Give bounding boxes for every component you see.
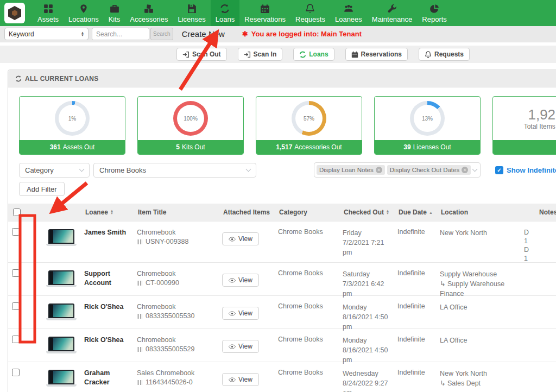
- checked-checkbox-icon[interactable]: ✓: [495, 166, 503, 174]
- panel-header: ALL CURRENT LOANS: [8, 70, 556, 87]
- nav-label: Loanees: [335, 15, 362, 23]
- view-button[interactable]: View: [222, 340, 259, 353]
- location-cell: Supply Warehouse↳ Supply Warehouse Finan…: [440, 263, 524, 299]
- select-all-checkbox[interactable]: [13, 208, 21, 216]
- row-checkbox[interactable]: [12, 369, 20, 376]
- stat-footer: 361Assets Out: [20, 140, 125, 154]
- due-date-column-header[interactable]: Due Date▲: [397, 208, 440, 216]
- barcode-icon: [137, 314, 143, 319]
- category-filter-select[interactable]: Category: [19, 163, 90, 178]
- loans-button[interactable]: Loans: [293, 48, 334, 61]
- show-indefinite-toggle[interactable]: ✓ Show Indefinite: [495, 166, 556, 174]
- item-thumbnail: [46, 270, 77, 287]
- item-title-column-header[interactable]: Item Title: [137, 208, 222, 216]
- loanee-cell[interactable]: Graham Cracker: [84, 362, 137, 392]
- notes-column-header: Notes: [524, 208, 556, 216]
- item-title-cell: Chromebook CT-000990: [137, 263, 222, 299]
- checked-out-column-header[interactable]: Checked Out▲▼: [343, 208, 397, 216]
- nav-item-locations[interactable]: Locations: [64, 0, 104, 26]
- category-cell: Chrome Books: [278, 362, 343, 392]
- notes-cell: [524, 362, 556, 392]
- refresh-icon: [299, 51, 306, 58]
- loanee-cell[interactable]: Support Account: [84, 263, 137, 299]
- search-button[interactable]: Search: [150, 28, 173, 40]
- stat-card-accessories[interactable]: 57% 1,517Accessories Out: [256, 96, 362, 155]
- remove-tag-icon[interactable]: ×: [376, 167, 382, 173]
- nav-label: Reports: [422, 15, 447, 23]
- item-title-cell: Chromebook 0833355005530: [137, 296, 222, 332]
- all-current-loans-panel: ALL CURRENT LOANS 1% 361Assets Out 100% …: [8, 69, 556, 392]
- nav-item-loans[interactable]: Loans: [211, 0, 239, 26]
- search-toolbar: Keyword ▲▼ Search Create New ✱ You are l…: [0, 26, 556, 42]
- table-row: James Smith Chromebook USNY-009388 View …: [8, 221, 556, 262]
- stat-card-total[interactable]: 1,922 Total Items Out: [492, 96, 556, 155]
- reservations-button[interactable]: Reservations: [345, 48, 408, 61]
- location-column-header[interactable]: Location: [440, 208, 524, 216]
- sort-icon: ▲▼: [386, 210, 389, 215]
- action-toolbar: Scan Out Scan In Loans Reservations Requ…: [0, 46, 556, 63]
- add-filter-button[interactable]: Add Filter: [19, 182, 65, 196]
- scan-out-icon: [182, 51, 189, 58]
- item-title-cell: Chromebook USNY-009388: [137, 222, 222, 263]
- stat-card-licenses[interactable]: 13% 39Licenses Out: [374, 96, 481, 155]
- nav-label: Requests: [295, 15, 325, 23]
- nav-item-reservations[interactable]: Reservations: [239, 0, 290, 26]
- barcode-icon: [137, 380, 143, 385]
- checked-out-cell: Saturday7/3/2021 6:42 pm: [343, 263, 397, 299]
- item-thumbnail: [46, 304, 77, 320]
- loans-refresh-icon: [220, 3, 230, 14]
- category-column-header[interactable]: Category: [278, 208, 343, 216]
- row-checkbox[interactable]: [12, 336, 20, 343]
- create-new-button[interactable]: Create New: [182, 29, 225, 39]
- nav-item-loanees[interactable]: Loanees: [330, 0, 367, 26]
- notes-cell: [524, 296, 556, 332]
- stat-card-assets[interactable]: 1% 361Assets Out: [19, 96, 125, 155]
- checked-out-cell: Friday7/2/2021 7:21 pm: [343, 222, 397, 263]
- sort-icon: ▲▼: [110, 210, 113, 215]
- loanee-cell[interactable]: James Smith: [84, 222, 137, 263]
- app-logo[interactable]: [4, 3, 25, 23]
- nav-item-accessories[interactable]: Accessories: [125, 0, 173, 26]
- chevron-down-icon: [472, 167, 478, 172]
- nav-item-kits[interactable]: Kits: [104, 0, 125, 26]
- filter-row: Category Chrome Books Display Loan Notes…: [19, 162, 556, 178]
- nav-label: Kits: [109, 15, 121, 23]
- nav-item-licenses[interactable]: Licenses: [173, 0, 210, 26]
- scan-out-button[interactable]: Scan Out: [176, 48, 227, 61]
- nav-item-maintenance[interactable]: Maintenance: [367, 0, 417, 26]
- display-options-multiselect[interactable]: Display Loan Notes × Display Check Out D…: [314, 162, 481, 178]
- pie-chart-icon: [429, 3, 439, 14]
- stat-card-kits[interactable]: 100% 5Kits Out: [137, 96, 244, 155]
- checked-out-cell: Wednesday8/24/2022 9:27 am: [343, 362, 397, 392]
- search-input[interactable]: [92, 28, 149, 40]
- scan-in-button[interactable]: Scan In: [238, 48, 283, 61]
- calendar-icon: [260, 3, 270, 14]
- nav-item-reports[interactable]: Reports: [417, 0, 452, 26]
- nav-item-assets[interactable]: Assets: [33, 0, 64, 26]
- view-button[interactable]: View: [222, 232, 259, 245]
- nav-item-requests[interactable]: Requests: [290, 0, 330, 26]
- category-cell: Chrome Books: [278, 329, 343, 365]
- view-button[interactable]: View: [222, 274, 259, 287]
- assets-grid-icon: [43, 3, 53, 14]
- view-button[interactable]: View: [222, 373, 259, 386]
- row-checkbox[interactable]: [12, 269, 20, 277]
- category-value-select[interactable]: Chrome Books: [93, 163, 256, 178]
- loanee-cell[interactable]: Rick O'Shea: [84, 329, 137, 365]
- remove-tag-icon[interactable]: ×: [462, 167, 468, 173]
- display-loan-notes-tag: Display Loan Notes ×: [317, 165, 385, 175]
- view-button[interactable]: View: [222, 307, 259, 320]
- loanee-column-header[interactable]: Loanee▲▼: [84, 208, 137, 216]
- floppy-disk-icon: [187, 3, 197, 14]
- eye-icon: [229, 278, 236, 283]
- row-checkbox[interactable]: [12, 302, 20, 310]
- keyword-select[interactable]: Keyword ▲▼: [4, 28, 89, 40]
- nav-label: Maintenance: [372, 15, 412, 23]
- location-cell: New York North: [440, 222, 524, 263]
- item-thumbnail: [46, 337, 77, 353]
- keyword-select-value: Keyword: [9, 30, 34, 38]
- loanee-cell[interactable]: Rick O'Shea: [84, 296, 137, 332]
- requests-button[interactable]: Requests: [419, 48, 470, 61]
- item-thumbnail: [46, 229, 77, 246]
- row-checkbox[interactable]: [12, 228, 20, 236]
